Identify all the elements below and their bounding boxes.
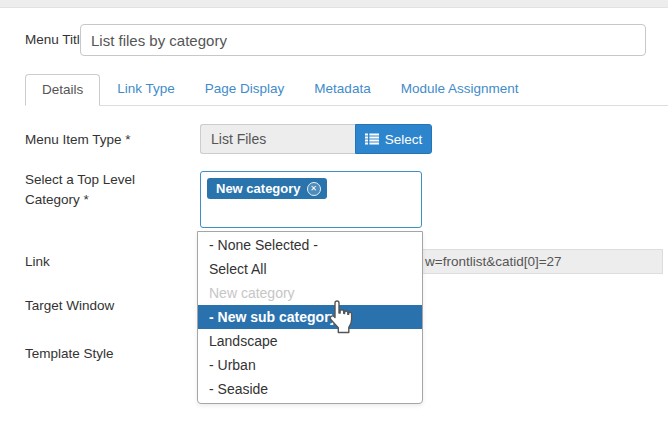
dropdown-option-none-selected[interactable]: - None Selected -	[198, 233, 422, 257]
tab-metadata[interactable]: Metadata	[299, 74, 385, 106]
menu-item-edit-form: Menu Title * Details Link Type Page Disp…	[0, 0, 668, 438]
template-style-label: Template Style	[25, 344, 114, 364]
dropdown-option-new-sub-category[interactable]: - New sub category	[198, 305, 422, 329]
menu-item-type-label: Menu Item Type *	[25, 130, 131, 150]
tab-module-assignment[interactable]: Module Assignment	[386, 74, 534, 106]
menu-title-input[interactable]	[80, 24, 646, 56]
tab-link-type[interactable]: Link Type	[102, 74, 190, 106]
remove-tag-icon[interactable]: ✕	[307, 182, 321, 196]
link-label: Link	[25, 252, 50, 272]
category-multiselect[interactable]: New category ✕	[200, 171, 422, 228]
top-toolbar-edge	[0, 0, 668, 8]
dropdown-option-seaside[interactable]: - Seaside	[198, 377, 422, 401]
dropdown-option-urban[interactable]: - Urban	[198, 353, 422, 377]
list-icon	[365, 133, 379, 145]
form-tabbar: Details Link Type Page Display Metadata …	[25, 74, 668, 106]
dropdown-option-landscape[interactable]: Landscape	[198, 329, 422, 353]
selected-category-tag-label: New category	[216, 181, 301, 196]
target-window-label: Target Window	[25, 296, 114, 316]
category-label: Select a Top Level Category *	[25, 170, 183, 210]
select-menu-item-type-button[interactable]: Select	[355, 124, 432, 154]
dropdown-option-select-all[interactable]: Select All	[198, 257, 422, 281]
tab-details[interactable]: Details	[25, 74, 100, 106]
tab-page-display[interactable]: Page Display	[190, 74, 300, 106]
selected-category-tag: New category ✕	[207, 178, 327, 199]
menu-item-type-value: List Files	[200, 124, 355, 154]
select-button-label: Select	[385, 132, 423, 147]
category-dropdown-list: - None Selected - Select All New categor…	[197, 231, 423, 404]
dropdown-option-new-category: New category	[198, 281, 422, 305]
